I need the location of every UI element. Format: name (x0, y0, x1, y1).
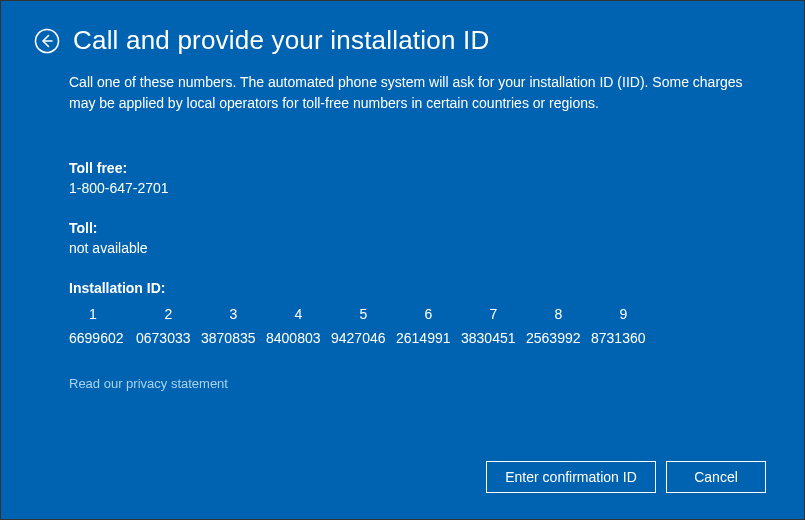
iid-column-value: 3870835 (201, 330, 266, 346)
iid-column: 73830451 (461, 306, 526, 346)
enter-confirmation-id-button[interactable]: Enter confirmation ID (486, 461, 656, 493)
intro-text: Call one of these numbers. The automated… (69, 72, 769, 114)
toll-free-section: Toll free: 1-800-647-2701 (69, 160, 772, 196)
header: Call and provide your installation ID (33, 25, 772, 56)
toll-free-label: Toll free: (69, 160, 772, 176)
installation-id-grid: 1669960220673033338708354840080359427046… (69, 306, 772, 346)
page-title: Call and provide your installation ID (73, 25, 489, 56)
activation-wizard-page: Call and provide your installation ID Ca… (1, 1, 804, 519)
iid-column: 33870835 (201, 306, 266, 346)
iid-column-value: 2614991 (396, 330, 461, 346)
iid-column-index: 5 (331, 306, 396, 322)
iid-column-index: 1 (69, 306, 136, 322)
iid-column: 82563992 (526, 306, 591, 346)
iid-column: 59427046 (331, 306, 396, 346)
toll-free-number: 1-800-647-2701 (69, 180, 772, 196)
iid-column-index: 2 (136, 306, 201, 322)
toll-section: Toll: not available (69, 220, 772, 256)
iid-column-value: 3830451 (461, 330, 526, 346)
iid-column: 16699602 (69, 306, 136, 346)
iid-column-index: 8 (526, 306, 591, 322)
back-icon[interactable] (33, 27, 61, 55)
footer: Enter confirmation ID Cancel (33, 461, 772, 499)
iid-column: 98731360 (591, 306, 656, 346)
iid-column-value: 0673033 (136, 330, 201, 346)
iid-column-value: 8400803 (266, 330, 331, 346)
iid-column-value: 9427046 (331, 330, 396, 346)
iid-column: 48400803 (266, 306, 331, 346)
iid-column-value: 6699602 (69, 330, 136, 346)
content: Call one of these numbers. The automated… (33, 72, 772, 461)
installation-id-section: Installation ID: 16699602206730333387083… (69, 280, 772, 346)
iid-column-index: 7 (461, 306, 526, 322)
toll-label: Toll: (69, 220, 772, 236)
installation-id-label: Installation ID: (69, 280, 772, 296)
iid-column: 62614991 (396, 306, 461, 346)
iid-column-index: 6 (396, 306, 461, 322)
iid-column-index: 4 (266, 306, 331, 322)
cancel-button[interactable]: Cancel (666, 461, 766, 493)
toll-number: not available (69, 240, 772, 256)
iid-column-index: 3 (201, 306, 266, 322)
iid-column-value: 8731360 (591, 330, 656, 346)
iid-column: 20673033 (136, 306, 201, 346)
iid-column-index: 9 (591, 306, 656, 322)
privacy-link[interactable]: Read our privacy statement (69, 376, 772, 391)
iid-column-value: 2563992 (526, 330, 591, 346)
